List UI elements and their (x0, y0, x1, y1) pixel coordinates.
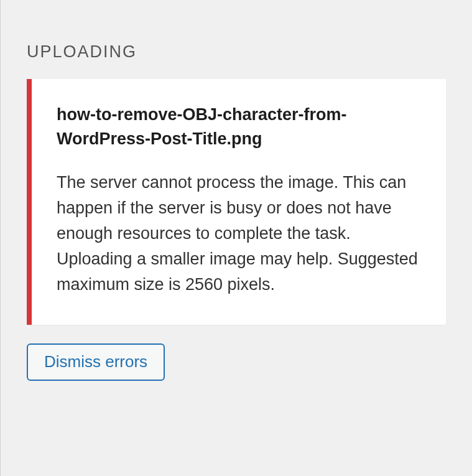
dismiss-errors-button[interactable]: Dismiss errors (27, 343, 165, 380)
uploading-heading: UPLOADING (27, 42, 446, 62)
error-filename: how-to-remove-OBJ-character-from-WordPre… (57, 103, 421, 151)
upload-error-card: how-to-remove-OBJ-character-from-WordPre… (27, 79, 446, 325)
error-message: The server cannot process the image. Thi… (57, 170, 421, 297)
